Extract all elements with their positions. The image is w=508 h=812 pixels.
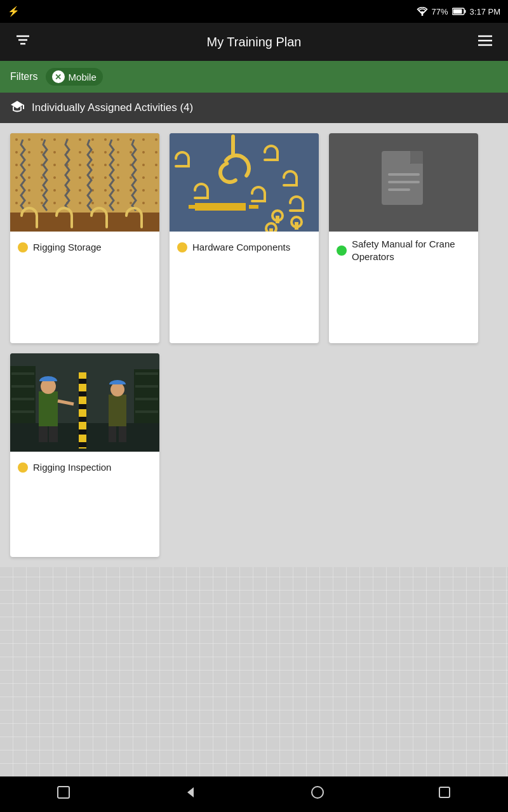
bottom-navigation bbox=[0, 776, 508, 812]
svg-point-20 bbox=[312, 787, 323, 798]
recent-apps-icon[interactable] bbox=[425, 779, 464, 809]
filter-icon[interactable] bbox=[10, 29, 36, 55]
status-bar: ⚡ 77% 3:17 PM bbox=[0, 0, 508, 23]
rigging-storage-image bbox=[10, 133, 159, 232]
close-filter-icon[interactable]: ✕ bbox=[52, 70, 65, 83]
card-footer-rigging-storage: Rigging Storage bbox=[10, 232, 159, 263]
card-title-safety: Safety Manual for Crane Operators bbox=[352, 238, 471, 263]
section-header: Individually Assigned Activities (4) bbox=[0, 93, 508, 123]
time-display: 3:17 PM bbox=[470, 7, 500, 16]
card-title-inspection: Rigging Inspection bbox=[33, 461, 111, 474]
status-dot-rigging-storage bbox=[18, 242, 28, 252]
menu-icon[interactable] bbox=[472, 29, 498, 55]
mobile-filter-label: Mobile bbox=[69, 72, 97, 82]
svg-marker-19 bbox=[187, 787, 194, 797]
mobile-filter-tag[interactable]: ✕ Mobile bbox=[46, 68, 103, 86]
svg-rect-21 bbox=[439, 787, 450, 797]
card-hardware-components[interactable]: Hardware Components bbox=[170, 133, 319, 343]
filter-bar: Filters ✕ Mobile bbox=[0, 61, 508, 93]
wifi-icon bbox=[417, 7, 428, 16]
graduation-icon bbox=[10, 100, 24, 116]
svg-rect-16 bbox=[388, 181, 420, 183]
square-icon[interactable] bbox=[44, 779, 83, 809]
status-bar-left: ⚡ bbox=[8, 6, 20, 17]
card-title-hardware: Hardware Components bbox=[192, 241, 290, 254]
card-footer-inspection: Rigging Inspection bbox=[10, 452, 159, 483]
status-dot-inspection bbox=[18, 462, 28, 473]
card-title-rigging-storage: Rigging Storage bbox=[33, 241, 102, 254]
battery-icon bbox=[452, 8, 466, 15]
rigging-inspection-image bbox=[10, 353, 159, 452]
card-rigging-storage[interactable]: Rigging Storage bbox=[10, 133, 159, 343]
card-rigging-inspection[interactable]: Rigging Inspection bbox=[10, 353, 159, 558]
svg-rect-2 bbox=[464, 10, 465, 13]
svg-rect-14 bbox=[410, 151, 423, 164]
card-footer-safety: Safety Manual for Crane Operators bbox=[329, 232, 478, 269]
home-icon[interactable] bbox=[298, 779, 337, 809]
svg-rect-17 bbox=[388, 188, 410, 191]
hardware-components-image bbox=[170, 133, 319, 232]
card-footer-hardware: Hardware Components bbox=[170, 232, 319, 263]
main-content: Rigging Storage Hardware Components bbox=[0, 123, 508, 776]
battery-percentage: 77% bbox=[432, 7, 448, 16]
card-safety-manual[interactable]: Safety Manual for Crane Operators bbox=[329, 133, 478, 343]
svg-rect-3 bbox=[453, 10, 462, 14]
back-icon[interactable] bbox=[171, 779, 210, 809]
status-dot-hardware bbox=[177, 242, 187, 252]
status-dot-safety bbox=[337, 246, 347, 256]
filters-label: Filters bbox=[10, 71, 38, 82]
section-title: Individually Assigned Activities (4) bbox=[32, 102, 193, 114]
document-icon bbox=[375, 148, 432, 218]
top-navigation: My Training Plan bbox=[0, 23, 508, 61]
svg-point-0 bbox=[421, 14, 423, 16]
svg-marker-10 bbox=[11, 101, 23, 108]
status-bar-right: 77% 3:17 PM bbox=[417, 7, 500, 16]
cards-container: Rigging Storage Hardware Components bbox=[0, 123, 508, 567]
page-title: My Training Plan bbox=[36, 35, 472, 49]
usb-icon: ⚡ bbox=[8, 6, 20, 17]
svg-rect-18 bbox=[58, 787, 69, 798]
svg-rect-15 bbox=[388, 173, 420, 176]
